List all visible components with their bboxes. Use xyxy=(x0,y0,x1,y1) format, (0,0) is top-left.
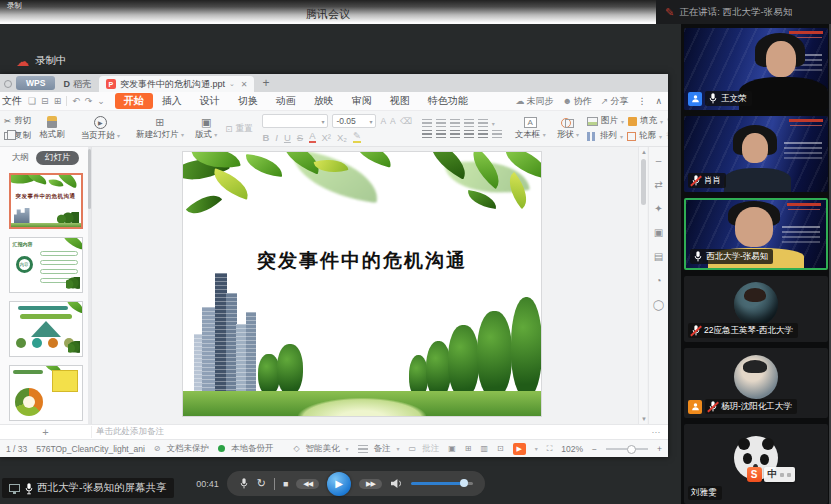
share-button[interactable]: ↗分享 xyxy=(601,95,629,108)
fit-window-icon[interactable]: ⛶ xyxy=(547,444,553,454)
undo-icon[interactable]: ↶ xyxy=(72,96,80,106)
thumbnail-scrollbar[interactable] xyxy=(88,147,91,424)
export-icon[interactable]: ⊞ xyxy=(54,96,62,106)
backup-status[interactable]: 本地备份开 xyxy=(218,443,274,455)
ime-lang-mode[interactable]: 中 xyxy=(768,468,778,481)
cut-button[interactable]: ✂剪切 xyxy=(4,115,31,127)
highlight-button[interactable]: ✎ xyxy=(353,131,361,143)
annotation-pen-icon[interactable]: ✎ xyxy=(665,6,674,19)
font-size-select[interactable]: -0.05▾ xyxy=(332,114,376,128)
scroll-down-icon[interactable]: ▼ xyxy=(641,416,647,422)
compare-icon[interactable]: ⇄ xyxy=(654,179,662,190)
new-tab-button[interactable]: + xyxy=(262,76,269,90)
notes-button[interactable]: 备注▾ xyxy=(358,443,400,455)
comments-button[interactable]: ▭批注 xyxy=(409,443,440,455)
fill-button[interactable]: 填充▾ xyxy=(628,115,663,127)
slide-thumbnail-1[interactable]: 突发事件中的危机沟通 xyxy=(9,173,83,229)
collaborate-button[interactable]: ☻协作 xyxy=(562,95,591,108)
volume-slider[interactable] xyxy=(411,482,473,485)
sogou-logo[interactable]: S xyxy=(747,467,762,482)
collapse-icon[interactable]: – xyxy=(656,155,662,166)
player-mic-icon[interactable] xyxy=(239,477,249,490)
sorter-view-icon[interactable]: ⊞ xyxy=(465,444,472,453)
tab-slideshow[interactable]: 放映 xyxy=(305,93,343,109)
decrease-indent-icon[interactable] xyxy=(450,119,460,127)
distribute-icon[interactable] xyxy=(478,130,488,138)
reset-button[interactable]: ⊡重置 xyxy=(225,123,252,135)
outline-tab[interactable]: 大纲 xyxy=(12,152,29,164)
more-icon[interactable]: ⋮ xyxy=(637,96,646,106)
scroll-up-icon[interactable]: ▲ xyxy=(641,149,647,155)
columns-icon[interactable] xyxy=(492,130,502,138)
line-spacing-icon[interactable] xyxy=(478,119,488,127)
align-center-icon[interactable] xyxy=(436,130,446,138)
new-slide-button[interactable]: ⊞ 新建幻灯片 ▾ xyxy=(133,117,187,141)
increase-indent-icon[interactable] xyxy=(464,119,474,127)
ime-indicator[interactable]: S 中 xyxy=(747,467,796,482)
arrange-button[interactable]: 排列▾ xyxy=(587,130,623,142)
print-icon[interactable]: ⊟ xyxy=(41,96,49,106)
italic-button[interactable]: I xyxy=(275,132,278,143)
play-from-current-button[interactable]: ▶ 当页开始 ▾ xyxy=(78,116,123,142)
participant-tile[interactable]: 肖肖 xyxy=(684,116,828,192)
reading-view-icon[interactable]: ▥ xyxy=(480,444,488,453)
participant-tile-speaking[interactable]: 西北大学-张易知 xyxy=(684,198,828,270)
subscript-button[interactable]: X₂ xyxy=(337,132,347,143)
font-family-select[interactable]: ▾ xyxy=(262,114,328,128)
normal-view-icon[interactable]: ▣ xyxy=(448,444,456,453)
media-icon[interactable]: ▤ xyxy=(654,251,663,262)
increase-font-button[interactable]: A xyxy=(380,116,386,126)
slide-thumbnail-2[interactable]: 汇报内容 内容 xyxy=(9,237,83,293)
tab-transition[interactable]: 切换 xyxy=(229,93,267,109)
underline-button[interactable]: U xyxy=(284,132,291,143)
justify-icon[interactable] xyxy=(464,130,474,138)
shapes-button[interactable]: 形状 ▾ xyxy=(554,117,582,141)
tab-special-features[interactable]: 特色功能 xyxy=(419,93,477,109)
tab-view[interactable]: 视图 xyxy=(381,93,419,109)
replace-button[interactable]: 替换 xyxy=(666,130,668,142)
document-tab[interactable]: P 突发事件中的危机沟通.ppt ⌄ ✕ xyxy=(99,76,255,92)
slides-tab[interactable]: 幻灯片 xyxy=(36,151,80,165)
align-left-icon[interactable] xyxy=(422,130,432,138)
tab-home[interactable]: 开始 xyxy=(115,93,153,109)
tab-caret-icon[interactable]: ⌄ xyxy=(229,80,235,88)
stop-button[interactable]: ■ xyxy=(283,479,288,489)
wps-home-tab[interactable]: WPS xyxy=(16,76,55,90)
tab-close-icon[interactable]: ✕ xyxy=(241,80,248,89)
slideshow-icon[interactable]: ▣ xyxy=(654,227,663,238)
slideshow-play-button[interactable]: ▶ xyxy=(513,443,526,455)
loop-icon[interactable]: ↻ xyxy=(257,477,266,490)
help-icon[interactable]: ◯ xyxy=(653,299,664,310)
save-icon[interactable]: ❏ xyxy=(28,96,36,106)
current-slide[interactable]: 突发事件中的危机沟通 xyxy=(182,151,542,417)
bullet-list-icon[interactable] xyxy=(422,119,432,127)
protection-status[interactable]: ⊘文档未保护 xyxy=(154,443,209,455)
participant-tile[interactable]: 杨玥-沈阳化工大学 xyxy=(684,348,828,418)
tab-review[interactable]: 审阅 xyxy=(343,93,381,109)
numbered-list-icon[interactable] xyxy=(436,119,446,127)
notes-placeholder[interactable]: 单击此处添加备注 xyxy=(96,426,164,438)
app-menu-icon[interactable] xyxy=(4,80,12,88)
menu-file[interactable]: 文件 xyxy=(2,94,22,108)
rewind-button[interactable]: ◀◀ xyxy=(296,479,319,489)
font-color-button[interactable]: A xyxy=(309,131,315,143)
clipboard-icon[interactable]: ⊡ xyxy=(497,444,504,453)
play-options-caret[interactable]: ▾ xyxy=(535,445,538,452)
decrease-font-button[interactable]: A xyxy=(390,116,396,126)
strikethrough-button[interactable]: S xyxy=(297,132,303,143)
participant-tile[interactable]: 王文荣 xyxy=(684,28,828,110)
slide-canvas[interactable]: 突发事件中的危机沟通 xyxy=(92,147,648,424)
beautify-icon[interactable]: ✦ xyxy=(654,203,662,214)
zoom-out-icon[interactable]: − xyxy=(592,444,597,454)
zoom-slider[interactable] xyxy=(606,448,648,450)
align-right-icon[interactable] xyxy=(450,130,460,138)
find-button[interactable]: 🔍查找 xyxy=(667,115,668,127)
sync-status[interactable]: ☁未同步 xyxy=(515,95,553,108)
canvas-scrollbar[interactable]: ▲ ▼ xyxy=(638,147,647,424)
customize-icon[interactable]: ⌄ xyxy=(97,96,105,106)
participant-tile[interactable]: 22应急王英琴-西北大学 xyxy=(684,276,828,342)
speaker-icon[interactable] xyxy=(390,478,403,489)
ime-tool-icon[interactable] xyxy=(780,473,784,477)
notes-more-icon[interactable]: ⋯ xyxy=(652,427,661,437)
collapse-ribbon-icon[interactable]: ∧ xyxy=(655,96,662,106)
